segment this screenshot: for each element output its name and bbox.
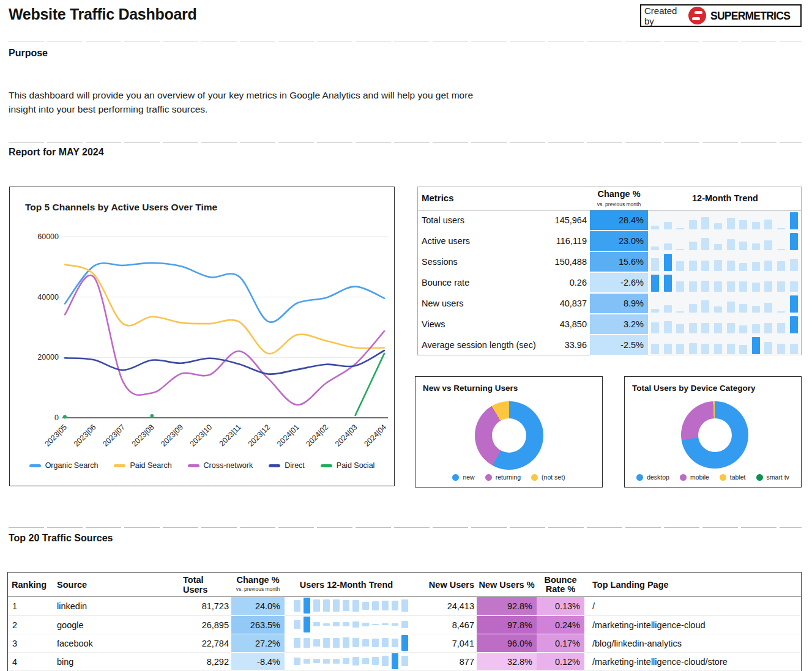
trend-bar xyxy=(372,639,379,647)
trend-bar xyxy=(362,658,369,664)
legend-item: Organic Search xyxy=(29,461,99,470)
device-category-title: Total Users by Device Category xyxy=(632,384,756,393)
trend-bar xyxy=(727,323,735,333)
trend-bar xyxy=(651,226,659,229)
metric-value: 145,964 xyxy=(510,215,587,225)
new-users-cell: 7,041 xyxy=(408,634,477,652)
legend-item: Paid Social xyxy=(321,461,375,470)
metric-change-cell: 8.9% xyxy=(590,294,648,314)
legend-swatch xyxy=(321,464,332,467)
trend-bar xyxy=(714,323,722,333)
trend-bar xyxy=(764,261,772,271)
landing-page-header: Top Landing Page xyxy=(584,573,801,596)
trend-bar xyxy=(392,653,398,669)
legend-item: desktop xyxy=(636,473,669,481)
svg-text:0: 0 xyxy=(54,413,59,422)
trend-bar xyxy=(739,304,747,313)
trend-bar xyxy=(304,617,310,632)
legend-label: returning xyxy=(496,473,521,481)
trend-bar xyxy=(764,303,772,313)
trend-bar xyxy=(777,249,785,250)
trend-bar xyxy=(651,247,659,250)
purpose-heading: Purpose xyxy=(9,48,48,59)
trend-bar xyxy=(313,639,320,647)
trend-bar xyxy=(304,659,310,664)
trend-bar xyxy=(343,600,349,611)
metric-change-cell: 3.2% xyxy=(590,314,648,335)
trend-bar xyxy=(739,281,747,292)
change-cell: 24.0% xyxy=(231,597,285,616)
legend-dot xyxy=(756,474,763,481)
legend-item: Paid Search xyxy=(114,461,171,470)
trend-bar xyxy=(664,321,672,333)
metric-trend-sparkline xyxy=(649,294,801,314)
trend-bar xyxy=(777,228,785,229)
total-users-cell: 26,895 xyxy=(183,616,231,634)
trend-bar xyxy=(651,309,659,313)
trend-bar xyxy=(401,635,408,651)
trend-bar xyxy=(323,659,330,664)
legend-item: Cross-network xyxy=(188,461,253,470)
trend-bar xyxy=(701,238,709,250)
trend-bar xyxy=(676,311,684,313)
source-cell: google xyxy=(53,616,183,634)
trend-bar xyxy=(727,344,735,354)
bounce-rate-cell: 0.12% xyxy=(537,653,584,671)
trend-bar xyxy=(676,324,684,333)
svg-text:20000: 20000 xyxy=(37,353,59,361)
trend-bar xyxy=(752,324,760,333)
legend-swatch xyxy=(114,464,125,467)
trend-bar xyxy=(664,243,672,250)
trend-bar xyxy=(323,623,330,626)
metric-change-cell: 15.6% xyxy=(590,252,648,272)
trend-bar xyxy=(752,337,760,354)
metric-row: New users40,8378.9% xyxy=(418,294,801,314)
trend-bar xyxy=(764,220,772,229)
trend-bar xyxy=(752,306,760,313)
trend-bar xyxy=(333,599,340,612)
trend-bar xyxy=(752,283,760,292)
trend-bar xyxy=(392,601,398,610)
trend-bar xyxy=(714,344,722,354)
divider xyxy=(9,142,802,143)
new-users-header: New Users xyxy=(408,573,477,596)
trend-bar xyxy=(790,344,798,354)
users-trend-sparkline xyxy=(285,597,408,615)
trend-bar xyxy=(764,240,772,250)
trend-bar xyxy=(676,281,684,292)
new-users-cell: 24,413 xyxy=(408,597,477,615)
trend-bar xyxy=(333,638,340,648)
legend-swatch xyxy=(29,464,41,467)
total-users-header: Total Users xyxy=(183,573,231,596)
trend-bar xyxy=(676,228,684,229)
trend-bar xyxy=(372,657,379,665)
rank-cell: 4 xyxy=(8,653,53,670)
dashboard-page: { "header": { "title": "Website Traffic … xyxy=(0,0,812,671)
metric-row: Average session length (sec)33.96-2.5% xyxy=(418,335,801,356)
trend-bar xyxy=(401,599,408,612)
legend-item: new xyxy=(452,473,474,481)
trend-bar xyxy=(304,638,310,648)
trend-bar xyxy=(651,344,659,354)
metric-name: Bounce rate xyxy=(422,278,469,287)
svg-text:2024|01: 2024|01 xyxy=(275,423,301,448)
brand-name: SUPERMETRICS xyxy=(710,9,790,23)
metric-change-cell: -2.5% xyxy=(590,335,648,355)
trend-bar xyxy=(392,623,398,626)
trend-bar xyxy=(362,602,369,610)
page-title: Website Traffic Dashboard xyxy=(9,6,196,23)
metric-trend-sparkline xyxy=(649,231,801,252)
trend-bar xyxy=(392,639,398,647)
new-vs-returning-panel: New vs Returning Users newreturning(not … xyxy=(415,376,603,487)
svg-text:2023|06: 2023|06 xyxy=(72,423,98,448)
trend-bar xyxy=(664,254,672,271)
line-chart-panel: Top 5 Channels by Active Users Over Time… xyxy=(9,187,395,486)
trend-bar xyxy=(294,600,300,612)
trend-bar xyxy=(701,261,709,271)
bounce-rate-header: Bounce Rate % xyxy=(537,573,584,596)
metric-change-cell: -2.6% xyxy=(590,273,648,293)
users-trend-header: Users 12-Month Trend xyxy=(285,573,408,596)
legend-label: mobile xyxy=(690,473,709,481)
metrics-table-body: Total users145,96428.4%Active users116,1… xyxy=(418,210,801,356)
svg-text:2023|05: 2023|05 xyxy=(43,423,69,448)
